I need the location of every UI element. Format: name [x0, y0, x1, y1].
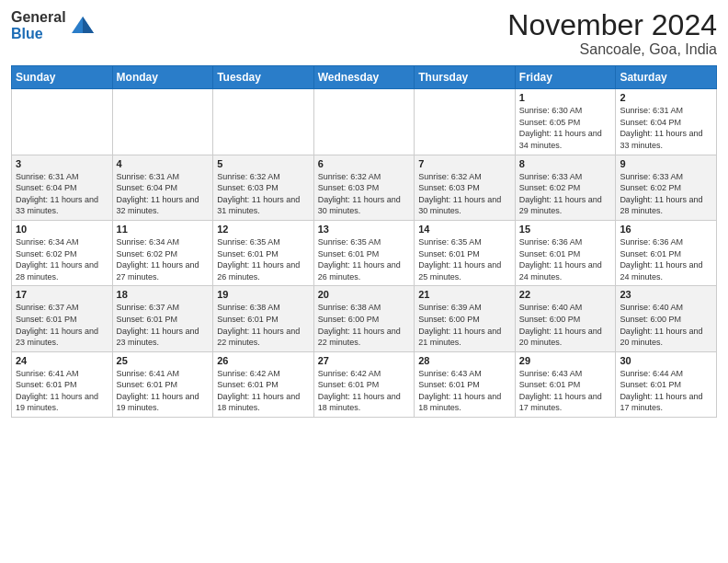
day-number: 13 — [318, 224, 411, 235]
column-header-saturday: Saturday — [616, 66, 717, 89]
day-info: Sunrise: 6:34 AM Sunset: 6:02 PM Dayligh… — [16, 236, 108, 282]
day-number: 1 — [519, 92, 612, 103]
calendar-cell: 8Sunrise: 6:33 AM Sunset: 6:02 PM Daylig… — [515, 155, 616, 220]
calendar-cell: 12Sunrise: 6:35 AM Sunset: 6:01 PM Dayli… — [213, 220, 314, 285]
day-number: 30 — [620, 355, 712, 366]
day-info: Sunrise: 6:32 AM Sunset: 6:03 PM Dayligh… — [418, 171, 511, 217]
day-info: Sunrise: 6:41 AM Sunset: 6:01 PM Dayligh… — [16, 368, 108, 414]
calendar-cell: 25Sunrise: 6:41 AM Sunset: 6:01 PM Dayli… — [112, 351, 213, 417]
day-info: Sunrise: 6:35 AM Sunset: 6:01 PM Dayligh… — [217, 236, 310, 282]
day-info: Sunrise: 6:39 AM Sunset: 6:00 PM Dayligh… — [418, 302, 511, 348]
calendar-cell: 28Sunrise: 6:43 AM Sunset: 6:01 PM Dayli… — [415, 351, 516, 417]
month-title: November 2024 — [507, 9, 717, 41]
calendar-cell — [313, 89, 415, 155]
day-info: Sunrise: 6:40 AM Sunset: 6:00 PM Dayligh… — [620, 302, 712, 348]
column-header-tuesday: Tuesday — [213, 66, 314, 89]
day-info: Sunrise: 6:36 AM Sunset: 6:01 PM Dayligh… — [519, 236, 612, 282]
day-number: 14 — [418, 224, 511, 235]
calendar-cell: 11Sunrise: 6:34 AM Sunset: 6:02 PM Dayli… — [112, 220, 213, 285]
day-info: Sunrise: 6:31 AM Sunset: 6:04 PM Dayligh… — [16, 171, 108, 217]
calendar-cell: 21Sunrise: 6:39 AM Sunset: 6:00 PM Dayli… — [415, 286, 516, 351]
calendar-cell — [415, 89, 516, 155]
column-header-sunday: Sunday — [12, 66, 113, 89]
logo-general-text: General — [11, 9, 66, 26]
day-info: Sunrise: 6:37 AM Sunset: 6:01 PM Dayligh… — [117, 302, 210, 348]
day-number: 21 — [418, 289, 511, 300]
day-number: 7 — [418, 158, 511, 169]
calendar-cell: 13Sunrise: 6:35 AM Sunset: 6:01 PM Dayli… — [313, 220, 415, 285]
day-number: 23 — [620, 289, 712, 300]
day-info: Sunrise: 6:31 AM Sunset: 6:04 PM Dayligh… — [620, 105, 712, 151]
day-number: 28 — [418, 355, 511, 366]
day-number: 29 — [519, 355, 612, 366]
logo-icon — [70, 13, 96, 39]
calendar-cell — [213, 89, 314, 155]
calendar-cell: 3Sunrise: 6:31 AM Sunset: 6:04 PM Daylig… — [12, 155, 113, 220]
day-info: Sunrise: 6:38 AM Sunset: 6:01 PM Dayligh… — [217, 302, 310, 348]
day-info: Sunrise: 6:38 AM Sunset: 6:00 PM Dayligh… — [318, 302, 411, 348]
calendar-cell: 14Sunrise: 6:35 AM Sunset: 6:01 PM Dayli… — [415, 220, 516, 285]
day-number: 9 — [620, 158, 712, 169]
day-number: 20 — [318, 289, 411, 300]
logo-blue-text: Blue — [11, 26, 66, 42]
calendar-cell: 16Sunrise: 6:36 AM Sunset: 6:01 PM Dayli… — [616, 220, 717, 285]
logo: General Blue — [11, 9, 96, 41]
day-number: 5 — [217, 158, 310, 169]
day-info: Sunrise: 6:43 AM Sunset: 6:01 PM Dayligh… — [418, 368, 511, 414]
column-header-wednesday: Wednesday — [313, 66, 415, 89]
day-info: Sunrise: 6:35 AM Sunset: 6:01 PM Dayligh… — [318, 236, 411, 282]
day-info: Sunrise: 6:32 AM Sunset: 6:03 PM Dayligh… — [217, 171, 310, 217]
day-number: 27 — [318, 355, 411, 366]
calendar-cell: 30Sunrise: 6:44 AM Sunset: 6:01 PM Dayli… — [616, 351, 717, 417]
title-section: November 2024 Sancoale, Goa, India — [507, 9, 717, 58]
day-info: Sunrise: 6:32 AM Sunset: 6:03 PM Dayligh… — [318, 171, 411, 217]
day-info: Sunrise: 6:37 AM Sunset: 6:01 PM Dayligh… — [16, 302, 108, 348]
calendar-cell: 5Sunrise: 6:32 AM Sunset: 6:03 PM Daylig… — [213, 155, 314, 220]
day-number: 11 — [117, 224, 210, 235]
day-info: Sunrise: 6:33 AM Sunset: 6:02 PM Dayligh… — [519, 171, 612, 217]
day-number: 22 — [519, 289, 612, 300]
calendar-cell: 26Sunrise: 6:42 AM Sunset: 6:01 PM Dayli… — [213, 351, 314, 417]
calendar-cell: 27Sunrise: 6:42 AM Sunset: 6:01 PM Dayli… — [313, 351, 415, 417]
calendar-header-row: SundayMondayTuesdayWednesdayThursdayFrid… — [12, 66, 717, 89]
day-info: Sunrise: 6:40 AM Sunset: 6:00 PM Dayligh… — [519, 302, 612, 348]
calendar-cell: 6Sunrise: 6:32 AM Sunset: 6:03 PM Daylig… — [313, 155, 415, 220]
day-number: 15 — [519, 224, 612, 235]
day-number: 18 — [117, 289, 210, 300]
day-number: 24 — [16, 355, 108, 366]
calendar-week-row: 1Sunrise: 6:30 AM Sunset: 6:05 PM Daylig… — [12, 89, 717, 155]
calendar-cell: 29Sunrise: 6:43 AM Sunset: 6:01 PM Dayli… — [515, 351, 616, 417]
location-title: Sancoale, Goa, India — [507, 41, 717, 58]
day-info: Sunrise: 6:36 AM Sunset: 6:01 PM Dayligh… — [620, 236, 712, 282]
day-info: Sunrise: 6:42 AM Sunset: 6:01 PM Dayligh… — [318, 368, 411, 414]
calendar-cell: 20Sunrise: 6:38 AM Sunset: 6:00 PM Dayli… — [313, 286, 415, 351]
day-info: Sunrise: 6:30 AM Sunset: 6:05 PM Dayligh… — [519, 105, 612, 151]
svg-marker-1 — [83, 17, 94, 33]
column-header-thursday: Thursday — [415, 66, 516, 89]
day-info: Sunrise: 6:42 AM Sunset: 6:01 PM Dayligh… — [217, 368, 310, 414]
day-info: Sunrise: 6:35 AM Sunset: 6:01 PM Dayligh… — [418, 236, 511, 282]
calendar-week-row: 3Sunrise: 6:31 AM Sunset: 6:04 PM Daylig… — [12, 155, 717, 220]
day-number: 16 — [620, 224, 712, 235]
calendar-cell — [12, 89, 113, 155]
calendar-cell: 2Sunrise: 6:31 AM Sunset: 6:04 PM Daylig… — [616, 89, 717, 155]
calendar-cell: 4Sunrise: 6:31 AM Sunset: 6:04 PM Daylig… — [112, 155, 213, 220]
day-number: 2 — [620, 92, 712, 103]
calendar: SundayMondayTuesdayWednesdayThursdayFrid… — [11, 65, 717, 418]
calendar-cell: 15Sunrise: 6:36 AM Sunset: 6:01 PM Dayli… — [515, 220, 616, 285]
day-info: Sunrise: 6:43 AM Sunset: 6:01 PM Dayligh… — [519, 368, 612, 414]
day-number: 25 — [117, 355, 210, 366]
header: General Blue November 2024 Sancoale, Goa… — [11, 9, 717, 58]
calendar-cell: 10Sunrise: 6:34 AM Sunset: 6:02 PM Dayli… — [12, 220, 113, 285]
day-info: Sunrise: 6:34 AM Sunset: 6:02 PM Dayligh… — [117, 236, 210, 282]
day-info: Sunrise: 6:33 AM Sunset: 6:02 PM Dayligh… — [620, 171, 712, 217]
day-info: Sunrise: 6:41 AM Sunset: 6:01 PM Dayligh… — [117, 368, 210, 414]
day-number: 6 — [318, 158, 411, 169]
calendar-cell: 1Sunrise: 6:30 AM Sunset: 6:05 PM Daylig… — [515, 89, 616, 155]
day-number: 8 — [519, 158, 612, 169]
day-number: 12 — [217, 224, 310, 235]
calendar-cell — [112, 89, 213, 155]
calendar-cell: 22Sunrise: 6:40 AM Sunset: 6:00 PM Dayli… — [515, 286, 616, 351]
calendar-cell: 7Sunrise: 6:32 AM Sunset: 6:03 PM Daylig… — [415, 155, 516, 220]
day-number: 10 — [16, 224, 108, 235]
